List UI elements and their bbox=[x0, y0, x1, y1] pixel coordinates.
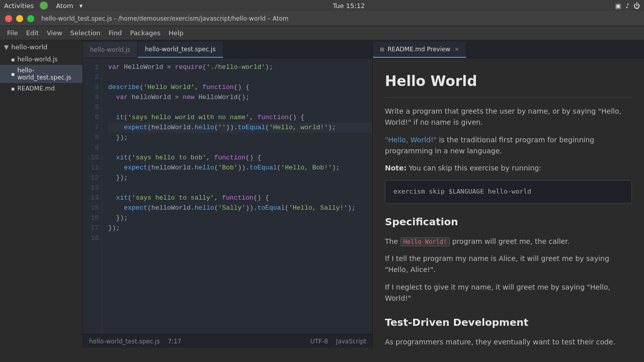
code-line bbox=[108, 103, 372, 113]
line-number: 16 bbox=[83, 213, 99, 223]
line-number: 3 bbox=[83, 82, 99, 93]
sound-icon: ♪ bbox=[625, 2, 629, 10]
tab-label: hello-world.js bbox=[90, 46, 130, 53]
menu-file[interactable]: File bbox=[3, 26, 22, 40]
line-number: 2 bbox=[83, 72, 99, 82]
sidebar-project[interactable]: ▼ hello-world bbox=[0, 40, 83, 54]
sidebar-file-readme[interactable]: ▪ README.md bbox=[0, 83, 83, 94]
system-bar: Activities Atom ▾ Tue 15:12 ▣ ♪ ⏻ bbox=[0, 0, 644, 11]
menu-packages[interactable]: Packages bbox=[126, 26, 165, 40]
code-line: }); bbox=[108, 173, 372, 183]
spec-p1-pre: The bbox=[385, 237, 400, 245]
status-right: UTF-8 JavaScript bbox=[310, 338, 366, 345]
code-editor[interactable]: 123456789101112131415161718 var HelloWor… bbox=[83, 58, 372, 334]
code-line bbox=[108, 233, 372, 243]
code-line: expect(helloWorld.hello('Bob')).toEqual(… bbox=[108, 163, 372, 173]
code-line bbox=[108, 183, 372, 193]
window-title: hello-world_test.spec.js - /home/demouse… bbox=[41, 15, 288, 22]
sidebar-filename: hello-world.js bbox=[17, 56, 57, 63]
code-line: var HelloWorld = require('./hello-world'… bbox=[108, 62, 372, 72]
preview-tab-bar: ⊞ README.md Preview ✕ bbox=[373, 40, 644, 58]
line-number: 18 bbox=[83, 233, 99, 243]
code-line: }); bbox=[108, 133, 372, 143]
preview-intro-p2: "Hello, World!" is the traditional first… bbox=[385, 134, 632, 157]
code-line: }); bbox=[108, 213, 372, 223]
note-text: You can skip this exercise by running: bbox=[407, 164, 541, 172]
preview-tab-icon: ⊞ bbox=[380, 46, 384, 53]
maximize-button[interactable] bbox=[27, 15, 34, 22]
line-number: 17 bbox=[83, 223, 99, 233]
file-icon: ▪ bbox=[11, 56, 15, 63]
line-number: 1 bbox=[83, 62, 99, 72]
system-bar-right: ▣ ♪ ⏻ bbox=[615, 2, 640, 10]
editor-area: hello-world.js hello-world_test.spec.js … bbox=[83, 40, 372, 348]
code-line: xit('says hello to sally', function() { bbox=[108, 193, 372, 203]
folder-icon: ▼ bbox=[4, 44, 9, 51]
sidebar-file-test-spec[interactable]: ▪ hello-world_test.spec.js bbox=[0, 65, 83, 83]
file-icon: ▪ bbox=[11, 85, 15, 92]
menu-find[interactable]: Find bbox=[105, 26, 126, 40]
code-line: describe('Hello World', function() { bbox=[108, 82, 372, 93]
status-bar: hello-world_test.spec.js 7:17 UTF-8 Java… bbox=[83, 334, 372, 348]
line-number: 4 bbox=[83, 93, 99, 103]
activities-label[interactable]: Activities bbox=[4, 2, 34, 10]
preview-intro-p1: Write a program that greets the user by … bbox=[385, 106, 632, 128]
preview-spec-p2: If I tell the program my name is Alice, … bbox=[385, 253, 632, 276]
preview-tab-close-button[interactable]: ✕ bbox=[454, 46, 459, 53]
line-number: 14 bbox=[83, 193, 99, 203]
menu-view[interactable]: View bbox=[43, 26, 66, 40]
menu-selection[interactable]: Selection bbox=[66, 26, 105, 40]
preview-content: Hello World Write a program that greets … bbox=[373, 58, 644, 348]
tab-label: hello-world_test.spec.js bbox=[145, 46, 216, 53]
file-icon: ▪ bbox=[11, 71, 15, 77]
menu-help[interactable]: Help bbox=[165, 26, 188, 40]
app-dropdown-icon[interactable]: ▾ bbox=[79, 2, 83, 10]
code-line: xit('says hello to bob', function() { bbox=[108, 153, 372, 163]
code-line bbox=[108, 143, 372, 153]
code-line: expect(helloWorld.hello('Sally')).toEqua… bbox=[108, 203, 372, 213]
preview-spec-p3: If I neglect to give it my name, it will… bbox=[385, 282, 632, 304]
atom-logo bbox=[40, 2, 50, 10]
line-number: 13 bbox=[83, 183, 99, 193]
sidebar-filename: hello-world_test.spec.js bbox=[17, 67, 78, 81]
power-icon: ⏻ bbox=[633, 2, 640, 10]
line-number: 9 bbox=[83, 143, 99, 153]
line-number: 15 bbox=[83, 203, 99, 213]
line-number: 7 bbox=[83, 123, 99, 133]
preview-tdd-h2: Test-Driven Development bbox=[385, 314, 632, 330]
code-line: it('says hello world with no name', func… bbox=[108, 113, 372, 123]
line-number: 12 bbox=[83, 173, 99, 183]
line-numbers: 123456789101112131415161718 bbox=[83, 58, 102, 334]
tab-test-spec[interactable]: hello-world_test.spec.js bbox=[138, 42, 223, 58]
preview-spec-h2: Specification bbox=[385, 214, 632, 230]
preview-tab-label: README.md Preview bbox=[387, 46, 450, 53]
sidebar: ▼ hello-world ▪ hello-world.js ▪ hello-w… bbox=[0, 40, 83, 348]
note-label: Note: bbox=[385, 164, 407, 172]
tab-readme-preview[interactable]: ⊞ README.md Preview ✕ bbox=[373, 42, 466, 58]
sidebar-filename: README.md bbox=[17, 85, 54, 92]
cursor-position: 7:17 bbox=[168, 338, 182, 345]
preview-code-block: exercism skip $LANGUAGE hello-world bbox=[385, 180, 632, 204]
preview-spec-p1: The Hello World! program will greet me, … bbox=[385, 236, 632, 247]
project-label: hello-world bbox=[11, 43, 47, 51]
system-bar-left: Activities Atom ▾ bbox=[4, 2, 83, 10]
menu-edit[interactable]: Edit bbox=[22, 26, 43, 40]
tab-hello-world-js[interactable]: hello-world.js bbox=[83, 42, 138, 58]
hello-world-inline-code: Hello World! bbox=[400, 237, 450, 246]
minimize-button[interactable] bbox=[16, 15, 23, 22]
menu-bar: File Edit View Selection Find Packages H… bbox=[0, 26, 644, 40]
preview-h1: Hello World bbox=[385, 70, 632, 98]
tab-bar: hello-world.js hello-world_test.spec.js bbox=[83, 40, 372, 58]
code-content[interactable]: var HelloWorld = require('./hello-world'… bbox=[102, 58, 372, 334]
close-button[interactable] bbox=[5, 15, 12, 22]
main-layout: ▼ hello-world ▪ hello-world.js ▪ hello-w… bbox=[0, 40, 644, 348]
language-label: JavaScript bbox=[336, 338, 366, 345]
sidebar-file-hello-world-js[interactable]: ▪ hello-world.js bbox=[0, 54, 83, 65]
app-name-label[interactable]: Atom bbox=[56, 2, 73, 10]
hello-world-link[interactable]: "Hello, World!" bbox=[385, 136, 437, 144]
line-number: 11 bbox=[83, 163, 99, 173]
code-line: var helloWorld = new HelloWorld(); bbox=[108, 93, 372, 103]
code-line: }); bbox=[108, 223, 372, 233]
preview-panel: ⊞ README.md Preview ✕ Hello World Write … bbox=[372, 40, 644, 348]
code-line: expect(helloWorld.hello('')).toEqual('He… bbox=[108, 123, 372, 133]
